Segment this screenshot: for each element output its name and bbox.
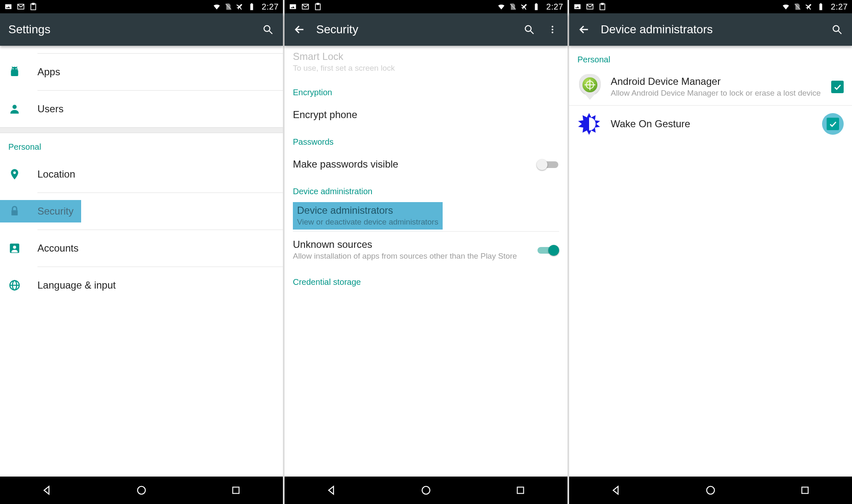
adm-checkbox[interactable]	[831, 81, 844, 93]
svg-point-12	[12, 105, 17, 109]
wake-checkbox[interactable]	[822, 113, 844, 135]
svg-point-29	[525, 26, 531, 32]
airplane-icon	[236, 2, 244, 11]
accounts-icon	[8, 242, 37, 254]
admin-item-wake[interactable]: Wake On Gesture	[569, 106, 852, 142]
svg-rect-38	[602, 3, 604, 5]
recent-button[interactable]	[797, 482, 813, 499]
picture-icon	[573, 2, 582, 11]
appbar-settings: Settings	[0, 13, 283, 46]
svg-point-32	[552, 29, 553, 30]
svg-line-30	[531, 31, 534, 34]
no-sim-icon	[793, 2, 802, 11]
back-button[interactable]	[39, 482, 55, 499]
wifi-icon	[497, 2, 505, 11]
svg-rect-35	[517, 487, 523, 493]
adm-sub: Allow Android Device Manager to lock or …	[611, 88, 826, 99]
encrypt-phone-item[interactable]: Encrypt phone	[285, 101, 567, 128]
lock-icon	[8, 205, 37, 217]
settings-item-users[interactable]: Users	[0, 91, 283, 127]
passwords-header: Passwords	[285, 128, 567, 151]
svg-rect-21	[233, 487, 239, 493]
device-admin-header: Device administration	[285, 178, 567, 200]
settings-item-security[interactable]: Security	[0, 193, 283, 230]
apps-icon	[8, 66, 37, 78]
clipboard-icon	[29, 2, 37, 11]
users-icon	[8, 103, 37, 115]
language-label: Language & input	[37, 279, 275, 291]
svg-rect-47	[802, 487, 808, 493]
svg-rect-2	[32, 3, 35, 5]
svg-rect-40	[820, 4, 822, 10]
globe-icon	[8, 279, 37, 292]
gmail-icon	[301, 2, 310, 11]
svg-point-33	[552, 32, 553, 33]
recent-button[interactable]	[512, 482, 529, 499]
system-nav	[0, 477, 283, 504]
svg-rect-27	[535, 3, 537, 4]
status-bar: 2:27	[0, 0, 283, 13]
airplane-icon	[520, 2, 529, 11]
system-nav	[569, 477, 852, 504]
search-button[interactable]	[523, 23, 536, 36]
recent-button[interactable]	[228, 482, 244, 499]
settings-item-location[interactable]: Location	[0, 156, 283, 193]
appbar-security: Security	[285, 13, 567, 46]
wake-icon	[577, 112, 601, 136]
overflow-button[interactable]	[546, 23, 559, 36]
status-time: 2:27	[262, 2, 279, 12]
status-bar: 2:27	[569, 0, 852, 13]
no-sim-icon	[224, 2, 233, 11]
settings-item-language[interactable]: Language & input	[0, 267, 283, 304]
back-arrow[interactable]	[577, 23, 591, 36]
device-administrators-item[interactable]: Device administrators View or deactivate…	[285, 200, 567, 232]
page-title: Security	[316, 23, 513, 36]
admins-list[interactable]: Personal Android Device Manager Allow An…	[569, 46, 852, 477]
search-button[interactable]	[830, 23, 844, 36]
smart-lock-sub: To use, first set a screen lock	[293, 63, 559, 74]
personal-header: Personal	[569, 46, 852, 69]
svg-point-20	[138, 487, 146, 494]
picture-icon	[289, 2, 297, 11]
location-label: Location	[37, 168, 275, 180]
home-button[interactable]	[418, 482, 434, 499]
back-arrow[interactable]	[293, 23, 306, 36]
svg-point-6	[264, 26, 270, 32]
smart-lock-title: Smart Lock	[293, 51, 559, 62]
device-admins-title: Device administrators	[297, 205, 438, 216]
airplane-icon	[805, 2, 813, 11]
make-pw-label: Make passwords visible	[293, 158, 537, 170]
make-pw-toggle[interactable]	[537, 158, 559, 170]
status-time: 2:27	[831, 2, 848, 12]
unknown-sources-item[interactable]: Unknown sources Allow installation of ap…	[285, 232, 567, 268]
battery-icon	[532, 2, 540, 11]
encryption-header: Encryption	[285, 79, 567, 101]
security-list[interactable]: Smart Lock To use, first set a screen lo…	[285, 46, 567, 477]
adm-icon	[577, 74, 602, 99]
home-button[interactable]	[133, 482, 150, 499]
screen-device-admins: 2:27 Device administrators Personal Andr…	[569, 0, 852, 504]
screen-settings: 2:27 Settings Apps Users Personal	[0, 0, 283, 504]
smart-lock-item: Smart Lock To use, first set a screen lo…	[285, 46, 567, 79]
admin-item-adm[interactable]: Android Device Manager Allow Android Dev…	[569, 69, 852, 105]
svg-rect-14	[12, 210, 18, 216]
settings-item-apps[interactable]: Apps	[0, 54, 283, 90]
credential-header: Credential storage	[285, 268, 567, 291]
svg-line-7	[270, 31, 272, 34]
gmail-icon	[586, 2, 594, 11]
home-button[interactable]	[702, 482, 719, 499]
settings-list[interactable]: Apps Users Personal Location Security	[0, 46, 283, 477]
battery-icon	[248, 2, 256, 11]
settings-item-accounts[interactable]: Accounts	[0, 230, 283, 267]
svg-rect-26	[535, 4, 538, 10]
svg-line-10	[12, 67, 13, 68]
make-passwords-visible-item[interactable]: Make passwords visible	[285, 151, 567, 178]
section-divider	[0, 127, 283, 133]
svg-rect-24	[317, 3, 319, 5]
back-button[interactable]	[323, 482, 340, 499]
unknown-sources-toggle[interactable]	[537, 244, 559, 256]
back-button[interactable]	[608, 482, 624, 499]
search-button[interactable]	[261, 23, 275, 36]
page-title: Settings	[8, 23, 251, 36]
accounts-label: Accounts	[37, 242, 275, 254]
